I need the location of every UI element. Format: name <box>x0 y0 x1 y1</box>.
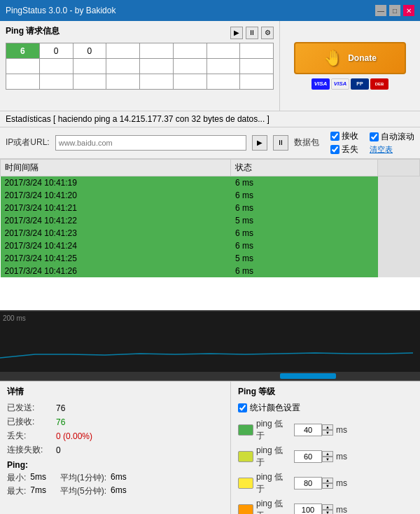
pause-ping-button[interactable]: ⏸ <box>273 135 288 151</box>
log-table-row: 2017/3/24 10:41:26 6 ms <box>1 265 420 277</box>
sent-row: 已发送: 76 <box>7 402 223 414</box>
ping-stats-table: 6 0 0 <box>6 43 274 90</box>
grade-spin-down-1[interactable]: ▼ <box>322 457 333 462</box>
maximize-button[interactable]: □ <box>389 5 400 16</box>
ping-section: Ping: 最小: 5ms 平均(1分钟): 6ms 最大: 7ms <box>7 460 223 497</box>
col-scroll <box>378 159 420 176</box>
grade-spin-up-3[interactable]: ▲ <box>322 504 333 510</box>
ping-grade-panel: Ping 等级 统计颜色设置 ping 低于 ▲ ▼ ms ping 低于 <box>231 382 420 514</box>
lose-label: 丢失 <box>342 144 358 155</box>
grade-title: Ping 等级 <box>238 386 413 398</box>
avg1-val: 6ms <box>111 472 127 484</box>
chart-area: 200 ms <box>0 312 420 381</box>
log-table-row: 2017/3/24 10:41:24 6 ms <box>1 239 420 252</box>
ping-cell-r3-5 <box>173 74 206 90</box>
conn-fail-key: 连接失败: <box>7 444 56 456</box>
donate-label: Donate <box>348 53 377 63</box>
grade-input-3[interactable] <box>294 503 322 514</box>
start-ping-button[interactable]: ▶ <box>252 135 267 151</box>
min-val: 5ms <box>30 472 46 484</box>
log-status: 6 ms <box>231 176 378 189</box>
stats-text: Estadísticas [ haciendo ping a 14.215.17… <box>6 114 270 124</box>
conn-fail-val: 0 <box>56 445 61 455</box>
grade-row-3: ping 低于 ▲ ▼ ms <box>238 498 413 514</box>
log-status: 5 ms <box>231 214 378 227</box>
pause-button[interactable]: ⏸ <box>246 27 258 39</box>
stats-color-label: 统计颜色设置 <box>250 402 300 414</box>
window-controls: — □ ✕ <box>375 5 414 16</box>
ping-cell-6 <box>206 43 240 59</box>
play-button[interactable]: ▶ <box>230 27 243 39</box>
min-stat: 最小: 5ms <box>7 472 46 484</box>
minimize-button[interactable]: — <box>375 5 386 16</box>
grade-spin-up-2[interactable]: ▲ <box>322 478 333 483</box>
log-table-row: 2017/3/24 10:41:21 6 ms <box>1 202 420 214</box>
grade-spin-up-0[interactable]: ▲ <box>322 424 333 430</box>
log-status: 6 ms <box>231 227 378 239</box>
received-row: 已接收: 76 <box>7 416 223 428</box>
log-scroll-spacer <box>378 227 420 239</box>
receive-checkbox[interactable] <box>330 132 340 141</box>
log-time: 2017/3/24 10:41:25 <box>1 252 231 265</box>
ping-cell-r2-6 <box>206 59 240 74</box>
grade-spinner-3: ▲ ▼ <box>294 503 333 514</box>
ping-cell-3 <box>106 43 140 59</box>
visa-icon: VISA <box>312 78 330 90</box>
log-table-header: 时间间隔 状态 <box>1 159 420 176</box>
grade-spin-down-2[interactable]: ▼ <box>322 483 333 489</box>
ping-cell-5 <box>173 43 206 59</box>
stats-bar: Estadísticas [ haciendo ping a 14.215.17… <box>0 111 420 127</box>
ping-cell-r2-4 <box>140 59 174 74</box>
auto-scroll-checkbox[interactable] <box>370 132 379 141</box>
conn-fail-row: 连接失败: 0 <box>7 444 223 456</box>
lost-row: 丢失: 0 (0.00%) <box>7 430 223 442</box>
log-table-row: 2017/3/24 10:41:22 5 ms <box>1 214 420 227</box>
log-scroll-spacer <box>378 202 420 214</box>
grade-spinner-2: ▲ ▼ <box>294 477 333 489</box>
log-table: 时间间隔 状态 2017/3/24 10:41:19 6 ms 2017/3/2… <box>0 159 420 277</box>
log-time: 2017/3/24 10:41:24 <box>1 239 231 252</box>
grade-input-0[interactable] <box>294 424 322 436</box>
receive-label: 接收 <box>342 130 358 142</box>
grade-unit-0: ms <box>336 425 347 435</box>
grade-spin-up-1[interactable]: ▲ <box>322 451 333 457</box>
ping-cell-r3-4 <box>140 74 174 90</box>
grade-spinner-0: ▲ ▼ <box>294 424 333 436</box>
packet-label: 数据包 <box>294 137 319 148</box>
log-status: 6 ms <box>231 265 378 277</box>
details-title: 详情 <box>7 386 223 398</box>
grade-color-2 <box>238 478 253 489</box>
ping-stat-row2: 最大: 7ms 平均(5分钟): 6ms <box>7 485 223 497</box>
log-table-row: 2017/3/24 10:41:19 6 ms <box>1 176 420 189</box>
url-input[interactable] <box>55 135 246 151</box>
grade-spin-down-3[interactable]: ▼ <box>322 510 333 514</box>
close-button[interactable]: ✕ <box>403 5 414 16</box>
grade-unit-3: ms <box>336 505 347 514</box>
lose-checkbox[interactable] <box>330 145 340 154</box>
ping-cell-r2-7 <box>240 59 274 74</box>
ping-stat-row1: 最小: 5ms 平均(1分钟): 6ms <box>7 472 223 484</box>
grade-unit-1: ms <box>336 452 347 461</box>
max-label: 最大: <box>7 485 26 497</box>
ping-info-title: Ping 请求信息 <box>6 25 59 37</box>
donate-hand-icon: 🤚 <box>323 49 342 67</box>
settings-button[interactable]: ⚙ <box>261 27 274 39</box>
stats-color-checkbox[interactable] <box>238 403 247 412</box>
donate-button[interactable]: 🤚 Donate <box>294 42 406 74</box>
ping-cell-0: 6 <box>6 43 40 59</box>
grade-spinner-btns-3: ▲ ▼ <box>322 504 333 514</box>
receive-lose-checks: 接收 丢失 <box>330 130 358 155</box>
chart-scroll-thumb[interactable] <box>280 373 336 379</box>
grade-input-2[interactable] <box>294 477 322 489</box>
stats-color-row: 统计颜色设置 <box>238 402 413 414</box>
log-time: 2017/3/24 10:41:19 <box>1 176 231 189</box>
max-stat: 最大: 7ms <box>7 485 46 497</box>
grade-label-0: ping 低于 <box>256 418 291 442</box>
table-row <box>6 74 274 90</box>
lost-val: 0 (0.00%) <box>56 431 92 441</box>
clear-table-link[interactable]: 清空表 <box>370 145 393 153</box>
chart-scrollbar[interactable] <box>0 372 420 380</box>
grade-input-1[interactable] <box>294 450 322 463</box>
grade-spin-down-0[interactable]: ▼ <box>322 430 333 436</box>
ping-cell-r2-2 <box>73 59 106 74</box>
